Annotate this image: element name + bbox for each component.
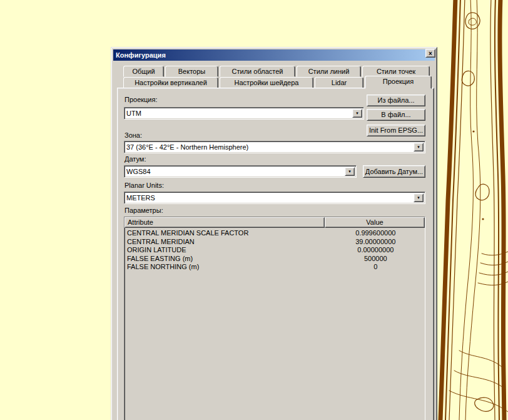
zone-dropdown-arrow[interactable]: ▼ — [414, 143, 424, 151]
table-row[interactable]: CENTRAL MERIDIAN 39.00000000 — [124, 238, 425, 247]
datum-label: Датум: — [124, 155, 146, 163]
column-header-attribute[interactable]: Attribute — [124, 217, 325, 228]
from-file-button[interactable]: Из файла... — [367, 95, 425, 106]
datum-dropdown-arrow[interactable]: ▼ — [345, 167, 355, 176]
zone-label: Зона: — [124, 131, 142, 140]
tab-obshchiy[interactable]: Общий — [123, 66, 164, 77]
close-button[interactable]: × — [425, 49, 435, 58]
parameters-table-body: CENTRAL MERIDIAN SCALE FACTOR 0.99960000… — [124, 228, 425, 272]
chevron-down-icon: ▼ — [348, 170, 352, 173]
config-dialog: Конфигурация × Общий Векторы Стили облас… — [111, 47, 437, 420]
zone-combobox[interactable]: 37 (36°E - 42°E - Northern Hemisphere) ▼ — [124, 141, 425, 153]
attribute-cell: CENTRAL MERIDIAN SCALE FACTOR — [124, 229, 327, 238]
tab-stili-oblastey[interactable]: Стили областей — [220, 66, 295, 77]
parameters-label: Параметры: — [124, 207, 163, 215]
table-row[interactable]: CENTRAL MERIDIAN SCALE FACTOR 0.99960000… — [124, 229, 425, 238]
projection-dropdown-arrow[interactable]: ▼ — [352, 109, 362, 118]
attribute-cell: CENTRAL MERIDIAN — [124, 238, 327, 247]
table-row[interactable]: FALSE NORTHING (m) 0 — [124, 263, 425, 272]
tab-vektory[interactable]: Векторы — [165, 66, 218, 77]
table-row[interactable]: FALSE EASTING (m) 500000 — [124, 255, 425, 264]
add-datum-button[interactable]: Добавить Датум... — [363, 165, 425, 178]
attribute-cell: ORIGIN LATITUDE — [124, 246, 327, 255]
value-cell: 39.00000000 — [327, 238, 425, 247]
attribute-cell: FALSE NORTHING (m) — [124, 263, 327, 272]
datum-value: WGS84 — [126, 167, 343, 176]
tab-proekciya[interactable]: Проекция — [365, 76, 432, 89]
value-cell: 0.00000000 — [327, 246, 425, 255]
init-from-epsg-button[interactable]: Init From EPSG... — [367, 125, 425, 136]
projection-tab-page: Проекция: UTM ▼ Из файла... В файл... In… — [117, 88, 434, 420]
projection-label: Проекция: — [124, 96, 158, 104]
planar-units-label: Planar Units: — [124, 182, 164, 190]
tab-nastroyki-vertikaley[interactable]: Настройки вертикалей — [123, 77, 218, 88]
projection-combobox[interactable]: UTM ▼ — [124, 107, 364, 120]
tab-lidar[interactable]: Lidar — [315, 77, 363, 88]
planar-units-combobox[interactable]: METERS ▼ — [124, 192, 425, 204]
parameters-table: Attribute Value CENTRAL MERIDIAN SCALE F… — [124, 217, 425, 420]
close-icon: × — [429, 50, 432, 57]
to-file-button[interactable]: В файл... — [367, 109, 425, 121]
planar-units-dropdown-arrow[interactable]: ▼ — [414, 193, 424, 202]
map-view[interactable] — [438, 0, 508, 420]
column-header-value[interactable]: Value — [325, 217, 425, 228]
planar-units-value: METERS — [126, 193, 412, 202]
chevron-down-icon: ▼ — [417, 196, 420, 200]
zone-value: 37 (36°E - 42°E - Northern Hemisphere) — [126, 143, 412, 151]
chevron-down-icon: ▼ — [355, 111, 359, 115]
application-window: { "window": { "title": "Конфигурация" },… — [0, 0, 508, 420]
tab-stili-liniy[interactable]: Стили линий — [297, 66, 361, 77]
projection-value: UTM — [126, 109, 351, 118]
dialog-titlebar[interactable]: Конфигурация — [113, 49, 435, 61]
value-cell: 0.999600000 — [327, 229, 425, 238]
datum-combobox[interactable]: WGS84 ▼ — [124, 165, 357, 178]
contour-map-icon — [438, 0, 508, 420]
dialog-title: Конфигурация — [113, 51, 166, 59]
chevron-down-icon: ▼ — [417, 145, 420, 149]
tab-nastroyki-sheydera[interactable]: Настройки шейдера — [220, 77, 313, 88]
parameters-table-header: Attribute Value — [124, 217, 425, 228]
attribute-cell: FALSE EASTING (m) — [124, 255, 327, 264]
value-cell: 0 — [327, 263, 425, 272]
table-row[interactable]: ORIGIN LATITUDE 0.00000000 — [124, 246, 425, 255]
value-cell: 500000 — [327, 255, 425, 264]
